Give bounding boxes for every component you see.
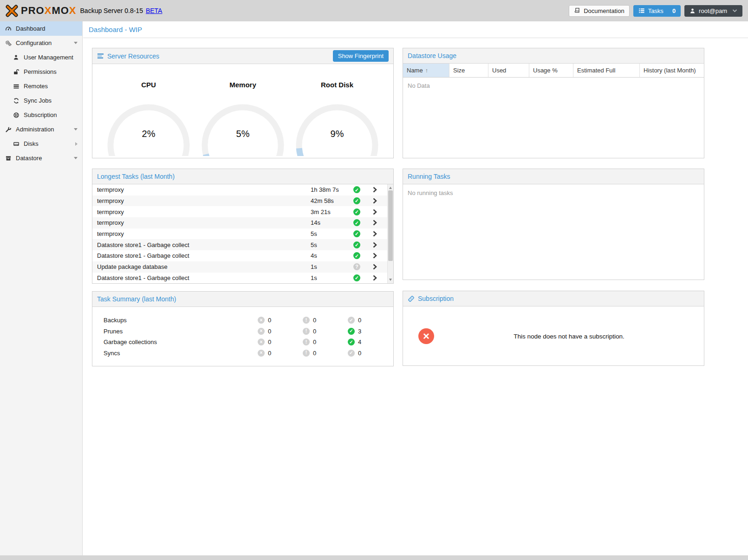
gears-icon <box>4 40 12 46</box>
ok-count-icon: ✓ <box>348 350 355 357</box>
documentation-label: Documentation <box>584 7 624 14</box>
main-content: Dashboard - WIP Server Resources Show Fi… <box>83 21 748 555</box>
warning-count: 0 <box>313 339 316 345</box>
status-ok-icon: ✓ <box>353 241 360 248</box>
sidebar-item-subscription[interactable]: Subscription <box>0 108 82 122</box>
error-count: 0 <box>268 317 271 324</box>
user-menu-button[interactable]: root@pam <box>684 5 742 17</box>
summary-row: Backups ×0 !0 ✓0 <box>92 315 393 326</box>
task-row[interactable]: Datastore store1 - Garbage collect 5s ✓ <box>92 239 393 250</box>
table-header-row: Name↑ Size Used Usage % Estimated Full H… <box>403 64 704 78</box>
tasks-button[interactable]: Tasks 0 <box>633 5 681 17</box>
root-disk-gauge: Root Disk 9% <box>290 81 384 158</box>
sidebar: Dashboard Configuration User Management … <box>0 21 83 555</box>
no-running-tasks-label: No running tasks <box>403 184 704 202</box>
cpu-gauge: CPU 2% <box>102 81 196 158</box>
panel-title: Datastore Usage <box>408 52 456 59</box>
task-name: Datastore store1 - Garbage collect <box>92 252 304 259</box>
task-duration: 1s <box>304 263 353 270</box>
show-fingerprint-button[interactable]: Show Fingerprint <box>333 50 389 62</box>
sidebar-item-label: Permissions <box>24 68 57 75</box>
column-header-size[interactable]: Size <box>449 64 488 77</box>
task-row[interactable]: Datastore store1 - Garbage collect 1s ✓ <box>92 273 393 284</box>
summary-label: Backups <box>104 317 258 324</box>
summary-row: Syncs ×0 !0 ✓0 <box>92 348 393 359</box>
panel-title: Running Tasks <box>408 173 450 180</box>
task-duration: 1h 38m 7s <box>304 186 353 193</box>
user-icon <box>12 54 20 60</box>
open-task-chevron-icon[interactable] <box>369 187 388 193</box>
ok-count-icon: ✓ <box>348 339 355 345</box>
open-task-chevron-icon[interactable] <box>369 275 388 281</box>
task-row[interactable]: Datastore store1 - Garbage collect 4s ✓ <box>92 250 393 261</box>
proxmox-logo: PROXMOX <box>6 5 77 17</box>
datastore-usage-panel: Datastore Usage Name↑ Size Used Usage % … <box>403 48 704 158</box>
collapse-arrow-icon[interactable] <box>74 42 78 44</box>
gauges-row: CPU 2% Memory <box>92 64 393 158</box>
task-row[interactable]: termproxy 1h 38m 7s ✓ <box>92 184 393 195</box>
tasks-label: Tasks <box>648 7 663 14</box>
task-duration: 4s <box>304 252 353 259</box>
open-task-chevron-icon[interactable] <box>369 231 388 237</box>
column-header-usage-percent[interactable]: Usage % <box>529 64 573 77</box>
error-count-icon: × <box>258 350 265 357</box>
task-row[interactable]: termproxy 5s ✓ <box>92 228 393 240</box>
task-duration: 1s <box>304 274 353 281</box>
server-resources-panel: Server Resources Show Fingerprint CPU 2% <box>92 48 394 158</box>
scroll-up-icon[interactable] <box>389 187 392 189</box>
summary-row: Garbage collections ×0 !0 ✓4 <box>92 337 393 348</box>
sidebar-item-label: Configuration <box>16 39 52 46</box>
status-ok-icon: ✓ <box>353 252 360 259</box>
status-ok-icon: ✓ <box>353 208 360 215</box>
dashboard-icon <box>4 26 12 32</box>
user-name-label: root@pam <box>699 7 727 14</box>
column-header-history[interactable]: History (last Month) <box>640 64 704 77</box>
open-task-chevron-icon[interactable] <box>369 264 388 270</box>
sidebar-item-disks[interactable]: Disks <box>0 137 82 151</box>
open-task-chevron-icon[interactable] <box>369 209 388 215</box>
documentation-button[interactable]: Documentation <box>569 5 629 17</box>
task-row[interactable]: termproxy 3m 21s ✓ <box>92 206 393 217</box>
open-task-chevron-icon[interactable] <box>369 242 388 248</box>
error-count: 0 <box>268 350 271 357</box>
no-subscription-icon: × <box>418 328 434 344</box>
sidebar-item-user-management[interactable]: User Management <box>0 50 82 65</box>
task-row[interactable]: termproxy 14s ✓ <box>92 217 393 228</box>
collapse-arrow-icon[interactable] <box>74 157 78 159</box>
column-header-estimated-full[interactable]: Estimated Full <box>573 64 640 77</box>
column-header-name[interactable]: Name↑ <box>403 64 449 77</box>
task-duration: 3m 21s <box>304 208 353 215</box>
wordmark-part: PRO <box>21 5 45 16</box>
column-header-used[interactable]: Used <box>488 64 529 77</box>
task-row[interactable]: Update package database 1s ? <box>92 261 393 273</box>
sidebar-item-configuration[interactable]: Configuration <box>0 36 82 50</box>
sidebar-item-label: Remotes <box>24 83 48 90</box>
scrollbar[interactable] <box>387 184 393 283</box>
longest-tasks-list: termproxy 1h 38m 7s ✓ termproxy 42m 58s … <box>92 184 393 283</box>
product-version-label: Backup Server 0.8-15 <box>80 7 143 14</box>
task-row[interactable]: termproxy 42m 58s ✓ <box>92 195 393 207</box>
sidebar-item-permissions[interactable]: Permissions <box>0 65 82 79</box>
sidebar-item-dashboard[interactable]: Dashboard <box>0 21 82 36</box>
open-task-chevron-icon[interactable] <box>369 220 388 226</box>
scroll-down-icon[interactable] <box>389 279 392 281</box>
collapse-arrow-icon[interactable] <box>74 128 78 130</box>
beta-link[interactable]: BETA <box>146 7 163 14</box>
sidebar-item-administration[interactable]: Administration <box>0 122 82 137</box>
sidebar-item-sync-jobs[interactable]: Sync Jobs <box>0 93 82 108</box>
page-title: Dashboard - WIP <box>83 21 748 38</box>
sidebar-item-remotes[interactable]: Remotes <box>0 79 82 93</box>
disk-icon <box>12 141 20 147</box>
open-task-chevron-icon[interactable] <box>369 198 388 204</box>
memory-gauge: Memory 5% <box>196 81 290 158</box>
status-ok-icon: ✓ <box>353 197 360 204</box>
user-icon <box>689 8 696 14</box>
running-tasks-header: Running Tasks <box>403 169 704 184</box>
scrollbar-thumb[interactable] <box>388 190 393 261</box>
sidebar-item-datastore[interactable]: Datastore <box>0 151 82 165</box>
datastore-usage-header: Datastore Usage <box>403 48 704 64</box>
open-task-chevron-icon[interactable] <box>369 253 388 259</box>
panel-title: Subscription <box>418 295 454 302</box>
expand-arrow-icon[interactable] <box>75 142 78 146</box>
task-list-icon <box>638 7 645 14</box>
